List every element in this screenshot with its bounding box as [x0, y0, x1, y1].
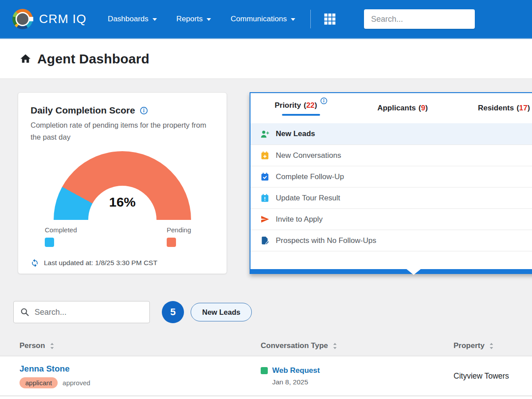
person-cell: Jenna Stone applicant approved	[20, 364, 261, 388]
table-header-row: Person Conversation Type Property	[0, 336, 532, 356]
status-text: approved	[63, 379, 90, 387]
crm-iq-logo-icon	[12, 9, 33, 29]
grid-icon	[323, 12, 336, 26]
task-list: New Leads New Conversations Comp	[250, 123, 532, 251]
legend-label: Pending	[167, 226, 191, 234]
tab-label: Residents	[478, 104, 514, 113]
home-icon	[20, 53, 31, 65]
task-row-complete-follow-up[interactable]: Complete Follow-Up	[250, 166, 532, 187]
info-icon[interactable]	[320, 97, 328, 105]
page-title: Agent Dashboard	[37, 51, 149, 66]
legend-swatch-completed	[45, 238, 54, 247]
sort-icon	[49, 342, 55, 350]
task-row-new-leads[interactable]: New Leads	[250, 123, 532, 145]
tab-count-wrap: 17	[516, 104, 530, 113]
nav-item-reports[interactable]: Reports	[176, 15, 211, 23]
nav-item-dashboards[interactable]: Dashboards	[108, 15, 157, 23]
property-cell: Cityview Towers	[454, 372, 532, 381]
paper-plane-icon	[260, 215, 270, 224]
global-search	[364, 9, 475, 29]
nav-item-label: Communications	[231, 15, 287, 23]
conversation-type-cell: Web Request Jan 8, 2025	[261, 366, 454, 386]
daily-completion-card: Daily Completion Score Completion rate o…	[18, 92, 227, 274]
gauge-legend: Completed Pending	[31, 220, 214, 247]
brand-name: CRM IQ	[39, 12, 86, 26]
logo-center	[17, 13, 28, 25]
brand[interactable]: CRM IQ	[12, 9, 86, 29]
task-label: Invite to Apply	[276, 215, 323, 224]
last-updated-text: Last updated at: 1/8/25 3:30 PM CST	[44, 259, 157, 267]
web-request-icon	[261, 367, 268, 374]
tab-residents[interactable]: Residents 17	[453, 93, 532, 123]
legend-item-pending: Pending	[167, 226, 191, 247]
tab-count: 9	[421, 104, 425, 112]
applicant-badge: applicant	[20, 377, 58, 388]
gauge-value: 16%	[54, 195, 191, 210]
task-label: Prospects with No Follow-Ups	[276, 236, 376, 245]
task-label: New Leads	[276, 129, 315, 138]
conversation-date: Jan 8, 2025	[272, 378, 454, 386]
sort-icon	[332, 342, 338, 350]
task-row-new-conversations[interactable]: New Conversations	[250, 145, 532, 166]
chevron-down-icon	[153, 18, 157, 21]
task-row-invite-to-apply[interactable]: Invite to Apply	[250, 208, 532, 230]
tab-count-wrap: 9	[419, 104, 428, 113]
tab-count: 22	[306, 101, 315, 110]
column-header-property[interactable]: Property	[454, 341, 532, 350]
card-title: Daily Completion Score	[31, 105, 135, 116]
nav-divider	[310, 10, 311, 28]
chevron-down-icon	[291, 18, 295, 21]
task-row-prospects-no-follow-ups[interactable]: Prospects with No Follow-Ups	[250, 230, 532, 251]
new-leads-filter-pill[interactable]: New Leads	[191, 303, 252, 321]
calendar-plus-icon	[260, 151, 270, 160]
content-area: Daily Completion Score Completion rate o…	[0, 79, 532, 92]
global-search-input[interactable]	[371, 15, 474, 24]
leads-search	[13, 301, 150, 323]
nav-menu: Dashboards Reports Communications	[108, 15, 295, 23]
column-header-person[interactable]: Person	[20, 341, 261, 350]
task-row-update-tour-result[interactable]: Update Tour Result	[250, 187, 532, 208]
legend-label: Completed	[45, 226, 77, 234]
table-row: Jenna Stone applicant approved Web Reque…	[0, 356, 532, 395]
column-label: Conversation Type	[261, 341, 328, 350]
card-subtitle: Completion rate of pending items for the…	[31, 119, 214, 143]
tab-label: Applicants	[377, 104, 416, 113]
person-plus-icon	[260, 129, 270, 139]
task-label: New Conversations	[276, 151, 341, 160]
task-label: Complete Follow-Up	[276, 172, 344, 181]
tab-count-wrap: 22	[304, 101, 317, 110]
calendar-check-icon	[260, 172, 270, 181]
tab-priority[interactable]: Priority 22	[250, 93, 352, 123]
tab-count: 17	[519, 104, 528, 112]
sort-icon	[489, 342, 494, 350]
person-link[interactable]: Jenna Stone	[20, 364, 70, 374]
apps-grid-button[interactable]	[323, 12, 336, 26]
nav-item-label: Reports	[176, 15, 203, 23]
tab-applicants[interactable]: Applicants 9	[352, 93, 454, 123]
priority-tasks-panel: Priority 22 Applicants 9	[250, 92, 532, 274]
leads-filter-row: 5 New Leads	[13, 301, 252, 323]
nav-item-communications[interactable]: Communications	[231, 15, 295, 23]
list-divider	[250, 251, 532, 251]
search-icon	[20, 307, 30, 317]
column-header-conversation-type[interactable]: Conversation Type	[261, 341, 454, 350]
legend-item-completed: Completed	[45, 226, 77, 247]
tasks-tabs: Priority 22 Applicants 9	[250, 93, 532, 123]
nav-item-label: Dashboards	[108, 15, 149, 23]
completion-gauge: 16%	[54, 151, 191, 220]
panel-bottom-bar	[250, 269, 532, 274]
tab-label: Priority	[274, 101, 301, 110]
leads-search-input[interactable]	[35, 308, 143, 317]
file-pencil-icon	[260, 236, 270, 245]
next-row-edge	[0, 396, 532, 399]
page-title-bar: Agent Dashboard	[0, 39, 532, 79]
conversation-type-link[interactable]: Web Request	[272, 366, 320, 375]
top-navbar: CRM IQ Dashboards Reports Communications	[0, 0, 532, 39]
task-label: Update Tour Result	[276, 194, 340, 203]
legend-swatch-pending	[167, 238, 176, 247]
info-icon[interactable]	[140, 106, 148, 115]
column-label: Person	[20, 341, 45, 350]
calendar-alert-icon	[260, 193, 270, 203]
active-tab-underline	[282, 114, 320, 116]
refresh-icon[interactable]	[31, 258, 39, 267]
